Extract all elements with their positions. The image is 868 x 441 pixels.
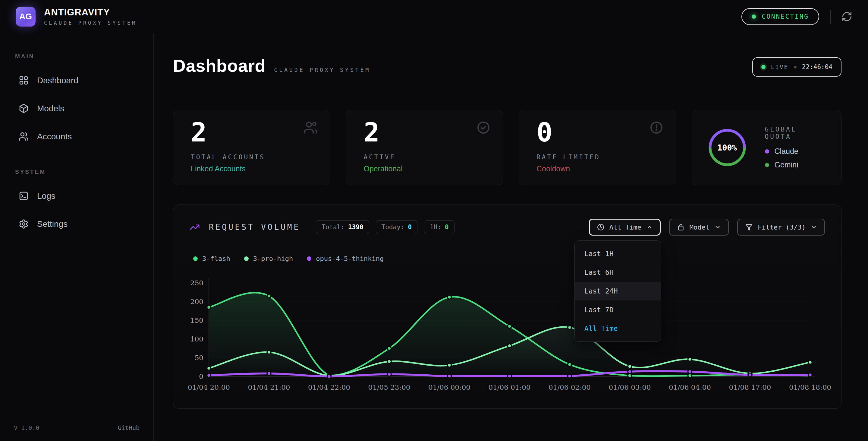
filter-dropdown-button[interactable]: Filter (3/3)	[737, 219, 825, 236]
sidebar-item-label: Models	[37, 104, 64, 113]
app-logo: AG	[16, 7, 36, 27]
legend-item-3-pro-high[interactable]: 3-pro-high	[244, 255, 293, 262]
svg-text:50: 50	[195, 354, 204, 362]
svg-text:01/04 22:00: 01/04 22:00	[308, 383, 350, 391]
svg-text:200: 200	[190, 298, 204, 305]
time-range-dropdown-button[interactable]: All Time	[589, 219, 661, 236]
svg-text:01/06 02:00: 01/06 02:00	[549, 383, 591, 391]
dropdown-option-last-6h[interactable]: Last 6H	[575, 263, 661, 282]
panel-title: REQUEST VOLUME	[209, 223, 300, 232]
stat-sublabel: Linked Accounts	[191, 165, 313, 173]
svg-text:01/06 04:00: 01/06 04:00	[669, 383, 711, 391]
users-icon	[19, 131, 29, 142]
dropdown-option-last-7d[interactable]: Last 7D	[575, 300, 661, 319]
request-volume-panel: REQUEST VOLUME Total: 1390 Today: 0 1H:	[173, 205, 841, 409]
users-icon	[304, 120, 318, 136]
gear-icon	[19, 219, 29, 229]
live-status-badge: LIVE 22:46:04	[752, 57, 841, 77]
check-circle-icon	[476, 120, 491, 136]
request-volume-chart[interactable]: 05010015020025001/04 20:0001/04 21:0001/…	[190, 267, 825, 394]
sidebar-item-accounts[interactable]: Accounts	[14, 125, 141, 148]
live-dot-icon	[761, 65, 766, 69]
series-dot-icon	[307, 256, 311, 261]
refresh-icon	[841, 11, 852, 22]
header-divider	[830, 10, 831, 24]
stat-card-rate-limited: 0 RATE LIMITED Cooldown	[519, 110, 676, 185]
sidebar-item-logs[interactable]: Logs	[14, 184, 141, 208]
legend-label: 3-flash	[202, 255, 230, 262]
badge-value: 0	[445, 224, 449, 231]
stat-card-total-accounts: 2 TOTAL ACCOUNTS Linked Accounts	[173, 110, 330, 185]
today-requests-badge: Today: 0	[376, 220, 418, 234]
badge-label: 1H:	[430, 224, 441, 231]
dropdown-option-last-24h[interactable]: Last 24H	[575, 282, 661, 300]
sidebar-item-label: Settings	[37, 219, 67, 229]
sidebar-item-label: Dashboard	[37, 76, 79, 85]
legend-item-opus[interactable]: opus-4-5-thinking	[307, 255, 384, 262]
brand-title: ANTIGRAVITY	[44, 7, 137, 18]
separator-dot-icon	[794, 66, 797, 68]
chevron-down-icon	[810, 224, 817, 231]
alert-circle-icon	[649, 120, 664, 136]
live-clock: 22:46:04	[802, 63, 832, 70]
svg-text:01/05 23:00: 01/05 23:00	[368, 383, 410, 391]
sidebar-section-system: SYSTEM	[15, 169, 141, 175]
refresh-button[interactable]	[841, 11, 852, 22]
svg-text:0: 0	[199, 373, 204, 380]
status-label: CONNECTING	[762, 13, 809, 20]
page-subtitle: CLAUDE PROXY SYSTEM	[274, 67, 370, 73]
gemini-dot-icon	[765, 163, 769, 167]
quota-legend-claude: Claude	[765, 147, 828, 156]
sidebar-item-settings[interactable]: Settings	[14, 212, 141, 236]
model-dropdown-button[interactable]: Model	[669, 219, 729, 236]
clock-icon	[597, 223, 604, 231]
sidebar: MAIN Dashboard Models Accounts SYSTEM Lo	[0, 33, 154, 441]
dropdown-option-all-time[interactable]: All Time	[575, 319, 661, 338]
badge-label: Today:	[381, 224, 404, 231]
quota-legend-label: Gemini	[775, 160, 798, 169]
github-link[interactable]: GitHub	[118, 424, 140, 431]
connection-status-badge: CONNECTING	[741, 8, 819, 25]
stat-value: 0	[536, 119, 658, 146]
sidebar-item-dashboard[interactable]: Dashboard	[14, 69, 141, 92]
brand-subtitle: CLAUDE PROXY SYSTEM	[44, 20, 137, 26]
time-range-dropdown-menu: Last 1H Last 6H Last 24H Last 7D All Tim…	[575, 240, 661, 342]
quota-ring-chart: 100%	[706, 126, 749, 169]
stat-sublabel: Operational	[364, 165, 486, 173]
app-header: AG ANTIGRAVITY CLAUDE PROXY SYSTEM CONNE…	[0, 0, 868, 33]
status-dot-icon	[752, 14, 756, 19]
sidebar-item-label: Logs	[37, 191, 56, 201]
stat-label: RATE LIMITED	[536, 153, 658, 161]
stat-card-global-quota: 100% GLOBAL QUOTA Claude Gemini	[692, 110, 842, 185]
svg-text:150: 150	[190, 317, 204, 324]
quota-label: GLOBAL QUOTA	[765, 126, 828, 140]
svg-text:01/08 17:00: 01/08 17:00	[729, 383, 771, 391]
claude-dot-icon	[765, 149, 769, 153]
cube-icon	[19, 104, 29, 113]
filter-button-label: Filter (3/3)	[758, 224, 806, 231]
hour-requests-badge: 1H: 0	[424, 220, 455, 234]
quota-legend-gemini: Gemini	[765, 160, 828, 169]
stat-sublabel: Cooldown	[536, 165, 658, 173]
svg-text:01/08 18:00: 01/08 18:00	[789, 383, 831, 391]
dropdown-option-last-1h[interactable]: Last 1H	[575, 244, 661, 263]
trending-up-icon	[190, 222, 200, 232]
live-label: LIVE	[771, 64, 788, 70]
legend-item-3-flash[interactable]: 3-flash	[193, 255, 230, 262]
app-version: V 1.0.0	[14, 424, 39, 431]
quota-legend-label: Claude	[775, 147, 798, 156]
stat-card-active: 2 ACTIVE Operational	[346, 110, 503, 185]
quota-percent: 100%	[706, 126, 749, 169]
legend-label: opus-4-5-thinking	[316, 255, 384, 262]
dashboard-grid-icon	[19, 76, 29, 85]
svg-text:01/06 00:00: 01/06 00:00	[428, 383, 470, 391]
sidebar-item-models[interactable]: Models	[14, 97, 141, 120]
svg-text:250: 250	[190, 279, 204, 287]
funnel-icon	[745, 223, 753, 231]
series-dot-icon	[193, 256, 198, 261]
time-range-value: All Time	[610, 224, 641, 231]
stat-value: 2	[364, 119, 486, 146]
chevron-up-icon	[646, 224, 653, 231]
model-cube-icon	[677, 223, 685, 231]
chart-legend: 3-flash 3-pro-high opus-4-5-thinking	[190, 255, 825, 262]
